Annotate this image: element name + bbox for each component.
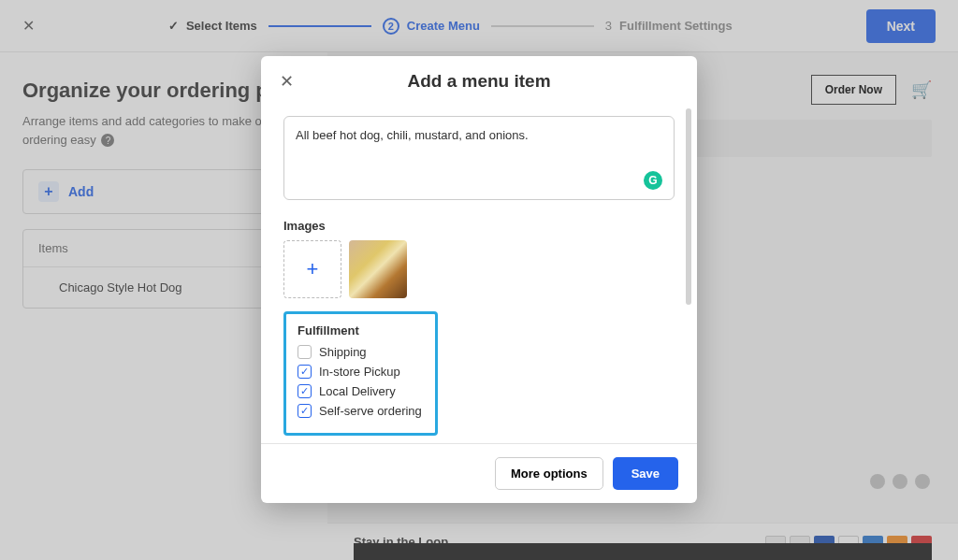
checkbox-shipping[interactable]: Shipping: [298, 345, 424, 359]
checkbox-icon: [298, 345, 312, 359]
modal-title: Add a menu item: [280, 71, 678, 92]
images-label: Images: [283, 219, 675, 233]
add-image-button[interactable]: +: [283, 240, 341, 298]
fulfillment-section-highlight: Fulfillment Shipping ✓ In-store Pickup ✓…: [283, 311, 438, 436]
checkbox-label: In-store Pickup: [319, 365, 400, 379]
checkbox-pickup[interactable]: ✓ In-store Pickup: [298, 365, 424, 379]
add-menu-item-modal: ✕ Add a menu item All beef hot dog, chil…: [261, 56, 697, 503]
grammarly-icon[interactable]: G: [644, 171, 662, 190]
checkbox-local-delivery[interactable]: ✓ Local Delivery: [298, 384, 424, 398]
checkbox-label: Self-serve ordering: [319, 404, 422, 418]
image-thumbnail[interactable]: [349, 240, 407, 298]
fulfillment-label: Fulfillment: [298, 323, 424, 337]
checkbox-icon: ✓: [298, 365, 312, 379]
save-button[interactable]: Save: [613, 457, 678, 490]
description-input[interactable]: All beef hot dog, chili, mustard, and on…: [283, 116, 675, 200]
checkbox-self-serve[interactable]: ✓ Self-serve ordering: [298, 404, 424, 418]
description-text: All beef hot dog, chili, mustard, and on…: [296, 128, 529, 142]
checkbox-label: Shipping: [319, 345, 367, 359]
more-options-button[interactable]: More options: [495, 457, 603, 490]
close-icon[interactable]: ✕: [280, 71, 294, 92]
scrollbar[interactable]: [686, 108, 691, 305]
checkbox-icon: ✓: [298, 384, 312, 398]
checkbox-label: Local Delivery: [319, 384, 396, 398]
checkbox-icon: ✓: [298, 404, 312, 418]
description-label-clipped: [283, 107, 675, 110]
